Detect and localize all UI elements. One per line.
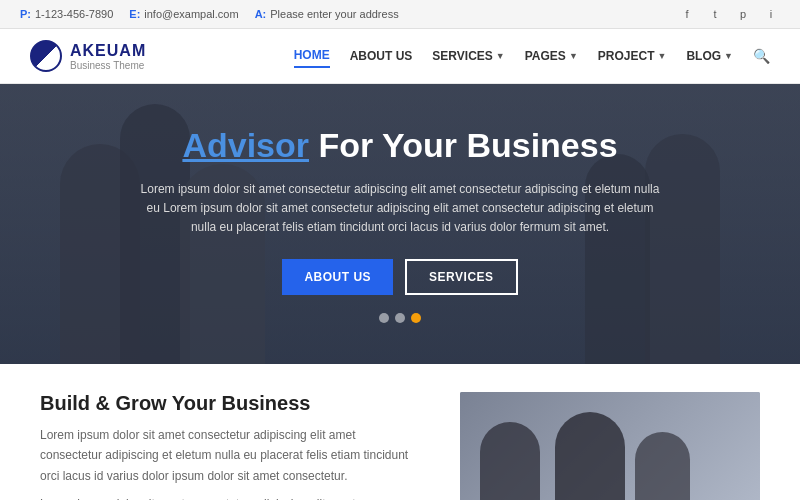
address-label: A: <box>255 8 267 20</box>
below-image <box>460 392 760 500</box>
phone-info: P: 1-123-456-7890 <box>20 8 113 20</box>
nav-services[interactable]: SERVICES ▼ <box>432 45 504 67</box>
nav-project[interactable]: PROJECT ▼ <box>598 45 667 67</box>
top-bar-contact: P: 1-123-456-7890 E: info@exampal.com A:… <box>20 8 399 20</box>
below-text-2: Lorem ipsum dolor sit amet consectetur a… <box>40 494 420 500</box>
hero-buttons: ABOUT US SERVICES <box>140 259 660 295</box>
twitter-icon[interactable]: t <box>706 5 724 23</box>
email-address: info@exampal.com <box>144 8 238 20</box>
pinterest-icon[interactable]: p <box>734 5 752 23</box>
phone-label: P: <box>20 8 31 20</box>
email-label: E: <box>129 8 140 20</box>
email-info: E: info@exampal.com <box>129 8 238 20</box>
address-info: A: Please enter your address <box>255 8 399 20</box>
logo-subtitle: Business Theme <box>70 60 146 71</box>
dot-1[interactable] <box>379 313 389 323</box>
dot-2[interactable] <box>395 313 405 323</box>
logo-text: AKEUAM Business Theme <box>70 42 146 71</box>
hero-content: Advisor For Your Business Lorem ipsum do… <box>120 105 680 343</box>
facebook-icon[interactable]: f <box>678 5 696 23</box>
services-button[interactable]: SERVICES <box>405 259 517 295</box>
header: AKEUAM Business Theme HOME ABOUT US SERV… <box>0 29 800 84</box>
logo-name: AKEUAM <box>70 42 146 60</box>
services-caret: ▼ <box>496 51 505 61</box>
nav-home[interactable]: HOME <box>294 44 330 68</box>
blog-caret: ▼ <box>724 51 733 61</box>
below-fold-section: Build & Grow Your Business Lorem ipsum d… <box>0 364 800 500</box>
hero-title-rest: For Your Business <box>309 126 618 164</box>
instagram-icon[interactable]: i <box>762 5 780 23</box>
below-text-1: Lorem ipsum dolor sit amet consectetur a… <box>40 425 420 486</box>
address-text: Please enter your address <box>270 8 398 20</box>
hero-title: Advisor For Your Business <box>140 125 660 166</box>
hero-description: Lorem ipsum dolor sit amet consectetur a… <box>140 180 660 238</box>
search-icon[interactable]: 🔍 <box>753 48 770 64</box>
nav-pages[interactable]: PAGES ▼ <box>525 45 578 67</box>
hero-dots <box>140 313 660 323</box>
about-us-button[interactable]: ABOUT US <box>282 259 393 295</box>
hero-title-accent: Advisor <box>182 126 309 164</box>
project-caret: ▼ <box>657 51 666 61</box>
phone-number: 1-123-456-7890 <box>35 8 113 20</box>
below-title: Build & Grow Your Business <box>40 392 420 415</box>
nav-blog[interactable]: BLOG ▼ <box>686 45 733 67</box>
hero-section: Advisor For Your Business Lorem ipsum do… <box>0 84 800 364</box>
logo-icon <box>30 40 62 72</box>
logo: AKEUAM Business Theme <box>30 40 146 72</box>
social-links: f t p i <box>678 5 780 23</box>
below-left-content: Build & Grow Your Business Lorem ipsum d… <box>40 392 420 500</box>
pages-caret: ▼ <box>569 51 578 61</box>
top-bar: P: 1-123-456-7890 E: info@exampal.com A:… <box>0 0 800 29</box>
main-nav: HOME ABOUT US SERVICES ▼ PAGES ▼ PROJECT… <box>294 44 770 68</box>
dot-3[interactable] <box>411 313 421 323</box>
nav-about[interactable]: ABOUT US <box>350 45 413 67</box>
